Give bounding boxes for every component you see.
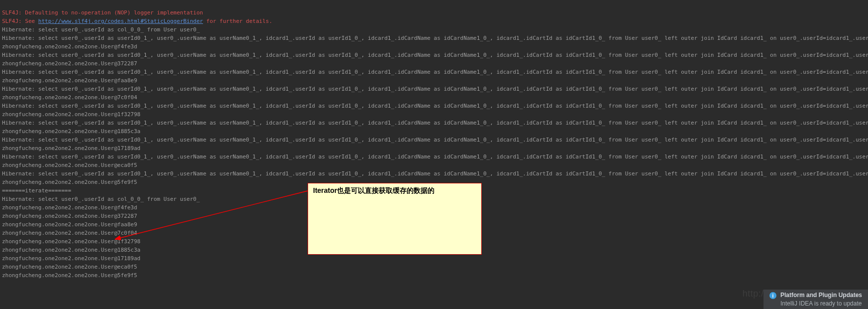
hibernate-query-5: Hibernate: select user0_.userId as userI…	[2, 103, 868, 109]
hibernate-first-query: Hibernate: select user0_.userId as col_0…	[2, 26, 200, 33]
iterate-divider: =======iterate=======	[2, 187, 71, 194]
user-obj-line: zhongfucheng.one2one2.one2one.User@1885c…	[2, 128, 140, 135]
user-obj-line: zhongfucheng.one2one2.one2one.User@faa8e…	[2, 77, 137, 84]
slf4j-line-2-prefix: SLF4J: See	[2, 18, 38, 24]
user-obj-line: zhongfucheng.one2one2.one2one.User@eca0f…	[2, 162, 137, 168]
annotation-text: Iterator也是可以直接获取缓存的数据的	[313, 186, 434, 194]
hibernate-query-2: Hibernate: select user0_.userId as userI…	[2, 52, 868, 58]
hibernate-query-1: Hibernate: select user0_.userId as userI…	[2, 35, 868, 41]
user-obj-line: zhongfucheng.one2one2.one2one.User@f4fe3…	[2, 43, 137, 50]
status-subtitle: IntelliJ IDEA is ready to update	[780, 300, 862, 308]
user-obj-line: zhongfucheng.one2one2.one2one.User@5fe9f…	[2, 179, 137, 185]
cached-user-line: zhongfucheng.one2one2.one2one.User@37228…	[2, 213, 137, 219]
hibernate-query-4: Hibernate: select user0_.userId as userI…	[2, 86, 868, 92]
user-obj-line: zhongfucheng.one2one2.one2one.User@7c0f0…	[2, 94, 137, 101]
slf4j-line-1: SLF4J: Defaulting to no-operation (NOP) …	[2, 9, 203, 16]
slf4j-line-2-suffix: for further details.	[203, 18, 272, 24]
cached-user-line: zhongfucheng.one2one2.one2one.User@faa8e…	[2, 221, 137, 228]
cached-user-line: zhongfucheng.one2one2.one2one.User@5fe9f…	[2, 272, 137, 279]
hibernate-query-3: Hibernate: select user0_.userId as userI…	[2, 69, 868, 75]
cached-user-line: zhongfucheng.one2one2.one2one.User@1f327…	[2, 238, 140, 245]
user-obj-line: zhongfucheng.one2one2.one2one.User@1f327…	[2, 111, 140, 118]
status-title: Platform and Plugin Updates	[780, 291, 862, 300]
info-icon: i	[769, 292, 776, 299]
status-notification[interactable]: i Platform and Plugin Updates IntelliJ I…	[763, 290, 868, 309]
user-obj-line: zhongfucheng.one2one2.one2one.User@17189…	[2, 145, 140, 152]
cached-user-line: zhongfucheng.one2one2.one2one.User@1885c…	[2, 247, 140, 253]
hibernate-query-9: Hibernate: select user0_.userId as userI…	[2, 170, 868, 177]
annotation-box: Iterator也是可以直接获取缓存的数据的	[308, 183, 482, 255]
hibernate-second-query: Hibernate: select user0_.userId as col_0…	[2, 196, 200, 202]
hibernate-query-8: Hibernate: select user0_.userId as userI…	[2, 154, 868, 160]
cached-user-line: zhongfucheng.one2one2.one2one.User@7c0f0…	[2, 230, 137, 236]
hibernate-query-7: Hibernate: select user0_.userId as userI…	[2, 137, 868, 143]
user-obj-line: zhongfucheng.one2one2.one2one.User@37228…	[2, 60, 137, 67]
cached-user-line: zhongfucheng.one2one2.one2one.User@f4fe3…	[2, 204, 137, 211]
slf4j-link[interactable]: http://www.slf4j.org/codes.html#StaticLo…	[38, 18, 203, 24]
cached-user-line: zhongfucheng.one2one2.one2one.User@17189…	[2, 255, 140, 262]
cached-user-line: zhongfucheng.one2one2.one2one.User@eca0f…	[2, 264, 137, 270]
hibernate-query-6: Hibernate: select user0_.userId as userI…	[2, 120, 868, 126]
